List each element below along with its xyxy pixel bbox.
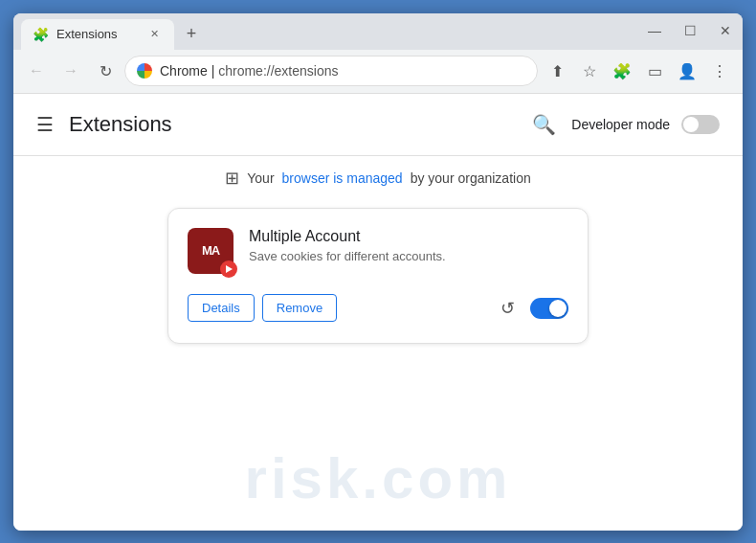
play-icon xyxy=(224,264,233,274)
extensions-button[interactable]: 🧩 xyxy=(607,56,637,86)
address-bar[interactable]: Chrome | chrome://extensions xyxy=(124,56,538,86)
reload-button[interactable]: ↻ xyxy=(90,56,121,86)
bookmark-button[interactable]: ☆ xyxy=(574,56,605,86)
toggle-knob xyxy=(683,117,699,132)
extension-info: Multiple Account Save cookies for differ… xyxy=(249,228,568,263)
managed-text-before: Your xyxy=(247,170,274,186)
watermark: risk.com xyxy=(245,445,512,511)
managed-icon: ⊞ xyxy=(225,168,239,189)
extension-name: Multiple Account xyxy=(249,228,568,245)
site-name: Chrome xyxy=(160,63,208,79)
tab-close-button[interactable]: ✕ xyxy=(145,26,163,43)
tab-puzzle-icon: 🧩 xyxy=(33,27,49,42)
extension-reload-button[interactable]: ↺ xyxy=(492,293,523,324)
extensions-right: 🔍 Developer mode xyxy=(528,109,720,140)
extensions-title-area: ☰ Extensions xyxy=(36,112,172,137)
url-path: chrome://extensions xyxy=(218,63,338,79)
window-controls: — ☐ ✕ xyxy=(644,21,735,40)
extension-icon-wrapper: MA xyxy=(188,228,233,274)
extension-description: Save cookies for different accounts. xyxy=(249,249,568,263)
svg-marker-0 xyxy=(226,265,233,273)
close-button[interactable]: ✕ xyxy=(716,21,735,40)
tab-strip: 🧩 Extensions ✕ + xyxy=(21,19,735,50)
search-button[interactable]: 🔍 xyxy=(528,109,560,140)
managed-text-after: by your organization xyxy=(411,170,531,186)
extensions-header: ☰ Extensions 🔍 Developer mode xyxy=(13,94,743,156)
menu-button[interactable]: ⋮ xyxy=(704,56,735,86)
extension-enable-toggle[interactable] xyxy=(530,298,568,319)
address-separator: | xyxy=(208,63,218,79)
remove-button[interactable]: Remove xyxy=(262,294,337,322)
minimize-button[interactable]: — xyxy=(644,21,665,40)
developer-mode-toggle[interactable] xyxy=(681,115,720,134)
maximize-button[interactable]: ☐ xyxy=(680,21,700,40)
page-title: Extensions xyxy=(69,112,172,137)
address-text: Chrome | chrome://extensions xyxy=(160,63,525,79)
developer-mode-label: Developer mode xyxy=(571,117,670,132)
extension-card-top: MA Multiple Account Save cookies for dif… xyxy=(188,228,568,274)
browser-window: 🧩 Extensions ✕ + — ☐ ✕ ← → ↻ Chrome | ch… xyxy=(13,13,743,531)
page-content: ☰ Extensions 🔍 Developer mode ⊞ Your bro… xyxy=(13,94,743,531)
title-bar: 🧩 Extensions ✕ + — ☐ ✕ xyxy=(13,13,743,50)
new-tab-button[interactable]: + xyxy=(178,21,205,48)
chrome-logo-icon xyxy=(137,63,152,79)
share-button[interactable]: ⬆ xyxy=(542,56,572,86)
tab-title: Extensions xyxy=(56,27,118,41)
toolbar: ← → ↻ Chrome | chrome://extensions ⬆ ☆ 🧩… xyxy=(13,50,743,94)
toggle-knob-on xyxy=(549,300,567,317)
extension-card-bottom: Details Remove ↺ xyxy=(188,293,568,324)
toolbar-right: ⬆ ☆ 🧩 ▭ 👤 ⋮ xyxy=(542,56,735,86)
sidebar-button[interactable]: ▭ xyxy=(639,56,670,86)
managed-banner: ⊞ Your browser is managed by your organi… xyxy=(13,156,743,200)
details-button[interactable]: Details xyxy=(188,294,255,322)
forward-button[interactable]: → xyxy=(56,56,86,86)
account-button[interactable]: 👤 xyxy=(672,56,702,86)
managed-link[interactable]: browser is managed xyxy=(282,170,403,186)
active-tab[interactable]: 🧩 Extensions ✕ xyxy=(21,19,174,50)
hamburger-icon[interactable]: ☰ xyxy=(36,113,54,136)
extension-badge xyxy=(220,260,237,278)
extension-card: MA Multiple Account Save cookies for dif… xyxy=(167,208,589,344)
back-button[interactable]: ← xyxy=(21,56,52,86)
